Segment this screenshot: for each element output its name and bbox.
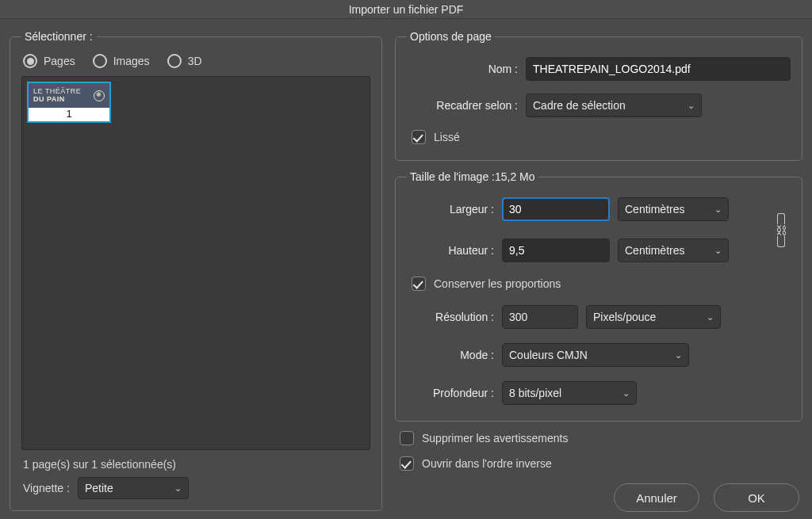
checkmark-icon bbox=[412, 130, 426, 144]
checkmark-icon bbox=[412, 277, 426, 291]
width-input[interactable] bbox=[502, 197, 610, 221]
crop-value: Cadre de sélection bbox=[533, 99, 626, 112]
vignette-value: Petite bbox=[85, 482, 113, 494]
ok-button[interactable]: OK bbox=[714, 483, 799, 512]
radio-images[interactable]: Images bbox=[93, 54, 150, 68]
mode-select[interactable]: Couleurs CMJN ⌄ bbox=[502, 343, 689, 367]
smooth-checkbox[interactable]: Lissé bbox=[412, 130, 460, 144]
radio-pages-label: Pages bbox=[44, 55, 75, 67]
depth-select[interactable]: 8 bits/pixel ⌄ bbox=[502, 381, 637, 405]
width-unit-select[interactable]: Centimètres ⌄ bbox=[618, 197, 729, 221]
page-thumbnail[interactable]: LE THÉÂTRE DU PAIN 1 bbox=[27, 82, 111, 123]
chevron-down-icon: ⌄ bbox=[688, 101, 695, 111]
cancel-button[interactable]: Annuler bbox=[614, 483, 699, 512]
image-size-legend-prefix: Taille de l'image : bbox=[410, 170, 495, 183]
crop-select[interactable]: Cadre de sélection ⌄ bbox=[526, 93, 702, 117]
image-size-group: Taille de l'image :15,2 Mo Largeur : Cen… bbox=[395, 170, 802, 422]
name-label: Nom : bbox=[407, 63, 518, 75]
thumbnail-logo: LE THÉÂTRE DU PAIN bbox=[29, 83, 109, 108]
checkmark-icon bbox=[400, 456, 414, 471]
link-bracket-icon bbox=[777, 213, 785, 224]
radio-pages[interactable]: Pages bbox=[23, 54, 75, 68]
suppress-warnings-checkbox[interactable]: Supprimer les avertissements bbox=[400, 431, 802, 445]
select-group: Sélectionner : Pages Images 3D bbox=[10, 30, 382, 511]
resolution-unit-value: Pixels/pouce bbox=[593, 311, 656, 323]
vignette-select[interactable]: Petite ⌄ bbox=[78, 477, 189, 499]
chevron-down-icon: ⌄ bbox=[707, 312, 714, 322]
chevron-down-icon: ⌄ bbox=[174, 483, 182, 494]
link-bracket-icon bbox=[777, 236, 785, 247]
link-icon: ⛓ bbox=[776, 224, 787, 236]
radio-indicator-icon bbox=[167, 54, 182, 68]
radio-images-label: Images bbox=[113, 55, 150, 67]
suppress-warnings-label: Supprimer les avertissements bbox=[422, 432, 568, 445]
reverse-order-checkbox[interactable]: Ouvrir dans l'ordre inverse bbox=[400, 456, 802, 471]
chevron-down-icon: ⌄ bbox=[675, 350, 682, 361]
window-title: Importer un fichier PDF bbox=[0, 0, 812, 19]
wheat-icon bbox=[94, 90, 105, 101]
mode-label: Mode : bbox=[407, 349, 494, 361]
depth-label: Profondeur : bbox=[407, 387, 494, 399]
resolution-input[interactable] bbox=[502, 305, 578, 329]
name-input[interactable] bbox=[526, 57, 791, 81]
checkbox-icon bbox=[400, 431, 414, 445]
select-type-radios: Pages Images 3D bbox=[23, 54, 370, 68]
smooth-label: Lissé bbox=[434, 131, 460, 143]
resolution-unit-select[interactable]: Pixels/pouce ⌄ bbox=[586, 305, 721, 329]
vignette-label: Vignette : bbox=[23, 482, 70, 494]
height-unit-value: Centimètres bbox=[625, 244, 684, 257]
selection-status: 1 page(s) sur 1 sélectionnée(s) bbox=[23, 458, 369, 471]
width-unit-value: Centimètres bbox=[625, 203, 684, 216]
thumbnail-page-number: 1 bbox=[29, 108, 109, 121]
keep-proportions-label: Conserver les proportions bbox=[434, 277, 561, 290]
image-size-value: 15,2 Mo bbox=[495, 170, 535, 183]
crop-label: Recadrer selon : bbox=[407, 99, 518, 112]
radio-indicator-icon bbox=[23, 54, 37, 68]
page-options-group: Options de page Nom : Recadrer selon : C… bbox=[395, 30, 802, 161]
thumbnail-logo-line2: DU PAIN bbox=[33, 96, 81, 104]
height-label: Hauteur : bbox=[407, 244, 494, 257]
reverse-order-label: Ouvrir dans l'ordre inverse bbox=[422, 457, 552, 470]
select-legend: Sélectionner : bbox=[21, 30, 96, 43]
dialog-footer: Annuler OK bbox=[395, 480, 802, 512]
chevron-down-icon: ⌄ bbox=[714, 204, 722, 215]
resolution-label: Résolution : bbox=[407, 311, 494, 323]
width-label: Largeur : bbox=[407, 203, 494, 216]
radio-3d-label: 3D bbox=[188, 55, 202, 67]
image-size-legend: Taille de l'image :15,2 Mo bbox=[407, 170, 538, 183]
height-unit-select[interactable]: Centimètres ⌄ bbox=[618, 239, 729, 262]
chevron-down-icon: ⌄ bbox=[714, 246, 722, 256]
page-options-legend: Options de page bbox=[407, 30, 495, 43]
radio-indicator-icon bbox=[93, 54, 107, 68]
constrain-link[interactable]: ⛓ bbox=[772, 193, 791, 267]
mode-value: Couleurs CMJN bbox=[509, 349, 588, 361]
height-input[interactable] bbox=[502, 239, 610, 262]
depth-value: 8 bits/pixel bbox=[509, 387, 561, 399]
keep-proportions-checkbox[interactable]: Conserver les proportions bbox=[412, 277, 561, 291]
radio-3d[interactable]: 3D bbox=[167, 54, 202, 68]
thumbnail-grid[interactable]: LE THÉÂTRE DU PAIN 1 bbox=[21, 76, 370, 450]
chevron-down-icon: ⌄ bbox=[622, 388, 630, 399]
